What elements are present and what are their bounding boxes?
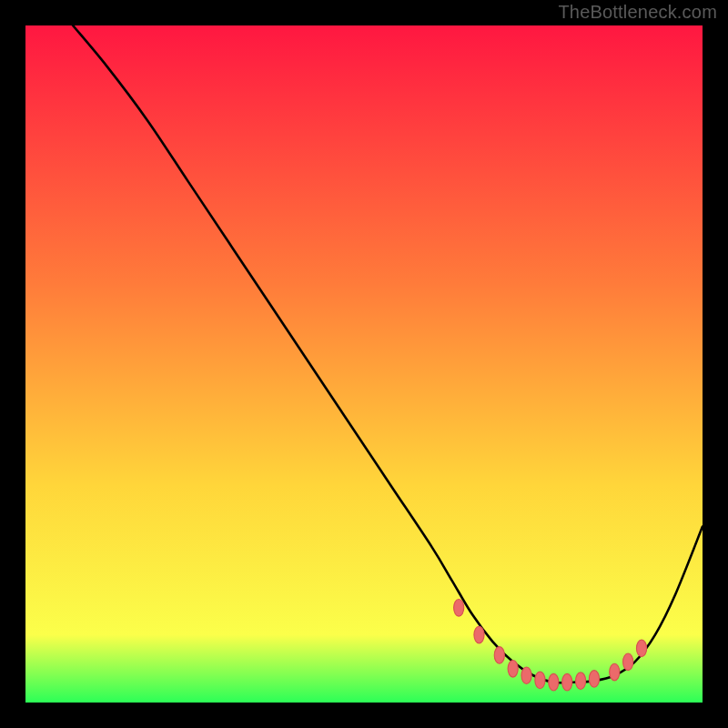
- highlight-dot: [562, 673, 572, 691]
- chart-frame: TheBottleneck.com: [0, 0, 728, 728]
- highlight-dot: [549, 673, 559, 691]
- highlight-dot: [589, 671, 599, 688]
- highlight-dot: [494, 647, 504, 664]
- highlight-dot: [454, 600, 464, 617]
- plot-area: [25, 25, 703, 703]
- highlight-dot: [474, 626, 484, 643]
- highlight-dot: [610, 663, 620, 681]
- chart-svg: [25, 25, 703, 703]
- highlight-dot: [576, 672, 586, 690]
- highlight-dot: [636, 640, 646, 657]
- highlight-dot: [508, 661, 518, 678]
- highlight-dot: [623, 653, 633, 671]
- watermark-text: TheBottleneck.com: [558, 2, 717, 23]
- highlight-dot: [521, 667, 531, 684]
- highlight-dot: [535, 672, 545, 689]
- gradient-background: [25, 25, 703, 703]
